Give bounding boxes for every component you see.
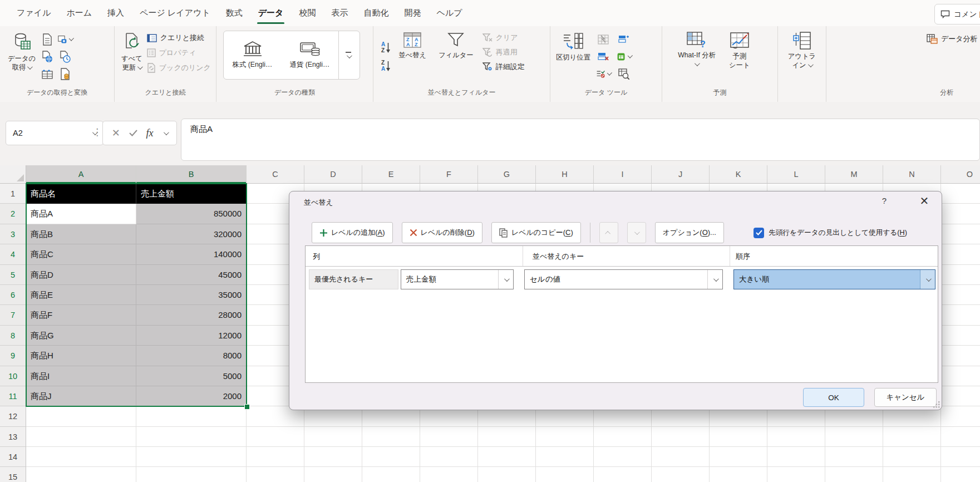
help-button[interactable]: ? (878, 196, 890, 205)
cell-N15[interactable] (883, 467, 941, 482)
advanced-filter-button[interactable]: 詳細設定 (482, 62, 525, 72)
cell-B8[interactable]: 12000 (136, 326, 247, 346)
cell-A7[interactable]: 商品F (26, 305, 136, 325)
cell-O13[interactable] (941, 427, 980, 447)
cell-C14[interactable] (247, 447, 304, 467)
cell-G14[interactable] (478, 447, 536, 467)
tab-insert[interactable]: 挿入 (100, 0, 132, 26)
column-header-H[interactable]: H (536, 165, 594, 184)
tab-page-layout[interactable]: ページ レイアウト (132, 0, 218, 26)
cancel-entry-icon[interactable]: ✕ (112, 127, 120, 139)
enter-entry-icon[interactable] (129, 130, 137, 136)
header-row-checkbox[interactable]: 先頭行をデータの見出しとして使用する(H) (754, 222, 907, 243)
cell-A13[interactable] (26, 427, 136, 447)
cell-F13[interactable] (420, 427, 478, 447)
remove-duplicates-icon[interactable] (596, 50, 610, 64)
tab-formulas[interactable]: 数式 (218, 0, 250, 26)
from-text-csv-button[interactable] (40, 32, 55, 47)
row-header-7[interactable]: 7 (0, 305, 26, 325)
cell-D15[interactable] (304, 467, 362, 482)
cell-B4[interactable]: 140000 (136, 244, 247, 264)
column-header-M[interactable]: M (825, 165, 883, 184)
cell-L13[interactable] (767, 427, 825, 447)
cell-B1[interactable]: 売上金額 (136, 184, 247, 204)
sort-button[interactable]: Z A A Z 並べ替え (398, 29, 426, 84)
options-button[interactable]: オプション(O)... (655, 222, 724, 243)
sort-on-dropdown[interactable]: セルの値 (524, 269, 723, 289)
cell-A4[interactable]: 商品C (26, 244, 136, 264)
cell-O6[interactable] (941, 285, 980, 305)
cell-A5[interactable]: 商品D (26, 265, 136, 285)
cell-B13[interactable] (136, 427, 247, 447)
cell-O4[interactable] (941, 244, 980, 264)
existing-connections-button[interactable] (58, 67, 72, 81)
filter-button[interactable]: フィルター (439, 29, 474, 84)
row-header-3[interactable]: 3 (0, 224, 26, 244)
sort-order-dropdown[interactable]: 大きい順 (733, 269, 935, 289)
cell-B10[interactable]: 5000 (136, 366, 247, 386)
cell-O8[interactable] (941, 326, 980, 346)
column-header-D[interactable]: D (304, 165, 362, 184)
formula-bar-handle[interactable]: ⋮ (92, 126, 102, 138)
data-validation-icon[interactable] (596, 67, 610, 81)
row-header-4[interactable]: 4 (0, 244, 26, 264)
sort-descending-button[interactable]: ZA (381, 60, 391, 72)
cell-O14[interactable] (941, 447, 980, 467)
cell-N13[interactable] (883, 427, 941, 447)
data-types-more-button[interactable] (338, 31, 358, 79)
cell-K13[interactable] (710, 427, 767, 447)
tab-help[interactable]: ヘルプ (429, 0, 470, 26)
row-header-1[interactable]: 1 (0, 184, 26, 204)
column-header-G[interactable]: G (478, 165, 536, 184)
cell-O1[interactable] (941, 184, 980, 204)
cell-A15[interactable] (26, 467, 136, 482)
fill-handle[interactable] (244, 404, 250, 410)
data-analysis-button[interactable]: データ分析 (927, 34, 978, 44)
cell-O5[interactable] (941, 265, 980, 285)
row-header-13[interactable]: 13 (0, 427, 26, 447)
cell-M13[interactable] (825, 427, 883, 447)
comments-button[interactable]: コメント (934, 4, 980, 24)
cell-A10[interactable]: 商品I (26, 366, 136, 386)
row-header-5[interactable]: 5 (0, 265, 26, 285)
cell-O9[interactable] (941, 346, 980, 366)
tab-review[interactable]: 校閲 (291, 0, 323, 26)
column-header-L[interactable]: L (767, 165, 825, 184)
cell-A12[interactable] (26, 406, 136, 426)
forecast-sheet-button[interactable]: 予測シート (729, 29, 750, 84)
cell-E13[interactable] (362, 427, 420, 447)
column-header-I[interactable]: I (594, 165, 652, 184)
cell-E14[interactable] (362, 447, 420, 467)
queries-connections-button[interactable]: クエリと接続 (147, 33, 211, 43)
cell-A1[interactable]: 商品名 (26, 184, 136, 204)
cell-G13[interactable] (478, 427, 536, 447)
cell-L15[interactable] (767, 467, 825, 482)
row-header-11[interactable]: 11 (0, 386, 26, 406)
cell-A3[interactable]: 商品B (26, 224, 136, 244)
cell-K14[interactable] (710, 447, 767, 467)
column-header-E[interactable]: E (362, 165, 420, 184)
close-button[interactable]: ✕ (917, 194, 932, 208)
cell-G15[interactable] (478, 467, 536, 482)
cell-D13[interactable] (304, 427, 362, 447)
tab-data[interactable]: データ (250, 0, 292, 26)
cancel-button[interactable]: キャンセル (874, 388, 937, 407)
add-level-button[interactable]: レベルの追加(A) (312, 222, 393, 243)
tab-home[interactable]: ホーム (58, 0, 100, 26)
cell-J14[interactable] (652, 447, 710, 467)
row-header-12[interactable]: 12 (0, 406, 26, 426)
cell-B9[interactable]: 8000 (136, 346, 247, 366)
column-header-F[interactable]: F (420, 165, 478, 184)
cell-O3[interactable] (941, 224, 980, 244)
column-header-B[interactable]: B (136, 165, 247, 184)
cell-E15[interactable] (362, 467, 420, 482)
copy-level-button[interactable]: レベルのコピー(C) (491, 222, 581, 243)
cell-B14[interactable] (136, 447, 247, 467)
cell-B6[interactable]: 35000 (136, 285, 247, 305)
column-header-C[interactable]: C (247, 165, 304, 184)
cell-O10[interactable] (941, 366, 980, 386)
formula-input[interactable]: 商品A (181, 119, 980, 161)
column-header-N[interactable]: N (883, 165, 941, 184)
cell-I15[interactable] (594, 467, 652, 482)
what-if-analysis-button[interactable]: ? What-If 分析 (668, 29, 726, 84)
